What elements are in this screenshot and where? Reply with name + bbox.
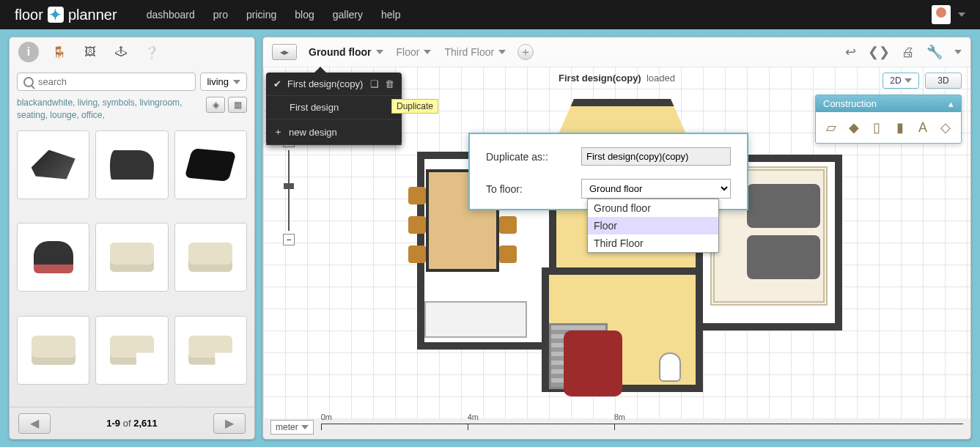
- furniture-item[interactable]: [95, 223, 168, 292]
- page-next-button[interactable]: ▶: [213, 413, 246, 434]
- nav-pricing[interactable]: pricing: [246, 9, 276, 21]
- category-dropdown[interactable]: living: [200, 73, 247, 91]
- nav-help[interactable]: help: [381, 9, 400, 21]
- duplicate-dialog: Duplicate as:: To floor: Ground floor Gr…: [468, 133, 748, 210]
- top-navbar: floor ✦ planner dashboard pro pricing bl…: [0, 0, 980, 29]
- view-mode-toggle: 2D 3D: [883, 73, 962, 89]
- unit-dropdown[interactable]: meter: [270, 420, 314, 435]
- canvas-panel: ◂▸ Ground floor Floor Third Floor ＋ ↩ ❮❯…: [262, 37, 971, 440]
- page-prev-button[interactable]: ◀: [18, 413, 51, 434]
- help-icon[interactable]: ❔: [141, 42, 162, 62]
- furniture-item[interactable]: [174, 316, 247, 385]
- design-item-active[interactable]: ✔ First design(copy) ❏ 🗑: [266, 73, 402, 96]
- nav-pro[interactable]: pro: [213, 9, 228, 21]
- plan-name-text: First design(copy): [559, 73, 641, 84]
- side-toolbar: i 🪑 🖼 🕹 ❔: [10, 37, 254, 67]
- tag-list[interactable]: blackandwhite, living, symbols, livingro…: [17, 97, 206, 122]
- user-menu-caret-icon[interactable]: [958, 12, 965, 17]
- chevron-down-icon: [301, 425, 309, 429]
- zoom-track[interactable]: [288, 150, 290, 231]
- topnav-menu: dashboard pro pricing blog gallery help: [147, 9, 401, 21]
- duplicate-floor-label: To floor:: [486, 183, 567, 195]
- design-item[interactable]: First design: [266, 96, 402, 119]
- floor-tab-third[interactable]: Third Floor: [443, 43, 507, 61]
- share-icon[interactable]: ❮❯: [868, 44, 890, 60]
- info-icon[interactable]: i: [18, 42, 39, 62]
- furniture-item[interactable]: [174, 130, 247, 199]
- design-item-label: First design: [290, 102, 339, 113]
- page-total: 2,611: [133, 418, 158, 429]
- floor-tab-label: Third Floor: [444, 46, 494, 58]
- history-nav-button[interactable]: ◂▸: [272, 44, 297, 60]
- chevron-down-icon: [905, 78, 912, 83]
- dimension-tool-icon[interactable]: ◇: [938, 118, 954, 137]
- new-design-label: new design: [289, 127, 337, 138]
- floor-tab-label: Ground floor: [309, 46, 372, 58]
- furniture-item[interactable]: [17, 130, 89, 199]
- duplicate-tooltip: Duplicate: [391, 99, 438, 114]
- duplicate-name-label: Duplicate as::: [486, 151, 567, 163]
- search-input[interactable]: [38, 76, 189, 87]
- chevron-down-icon: [424, 50, 431, 54]
- view-3d-icon[interactable]: ◈: [206, 97, 225, 113]
- chevron-down-icon: [498, 50, 506, 54]
- ruler-tick-label: 0m: [321, 413, 332, 421]
- view-top-icon[interactable]: ▦: [228, 97, 247, 113]
- floor-option[interactable]: Third Floor: [588, 234, 718, 252]
- joystick-icon[interactable]: 🕹: [111, 42, 131, 62]
- floor-option[interactable]: Ground floor: [588, 199, 718, 217]
- category-label: living: [207, 76, 229, 87]
- zoom-out-button[interactable]: −: [283, 234, 295, 245]
- text-tool-icon[interactable]: A: [915, 118, 930, 137]
- ruler: 0m 4m 8m: [321, 424, 963, 431]
- collapse-icon: ▴: [948, 98, 954, 109]
- nav-dashboard[interactable]: dashboard: [147, 9, 195, 21]
- zoom-control: + −: [282, 136, 295, 245]
- settings-wrench-icon[interactable]: 🔧: [926, 44, 943, 60]
- brand-text-2: planner: [68, 7, 117, 23]
- duplicate-icon[interactable]: ❏: [370, 78, 379, 89]
- surface-tool-icon[interactable]: ◆: [846, 118, 861, 137]
- chevron-down-icon: [233, 80, 240, 84]
- unit-label: meter: [276, 422, 298, 432]
- design-item-label: First design(copy): [287, 78, 363, 89]
- duplicate-floor-select[interactable]: Ground floor: [581, 179, 731, 199]
- search-box[interactable]: [17, 73, 196, 91]
- furniture-item[interactable]: [17, 223, 89, 292]
- duplicate-name-input[interactable]: [581, 147, 731, 166]
- furniture-item[interactable]: [17, 316, 89, 385]
- delete-icon[interactable]: 🗑: [385, 78, 394, 89]
- ruler-tick-label: 4m: [468, 413, 479, 421]
- add-floor-button[interactable]: ＋: [517, 44, 534, 60]
- door-tool-icon[interactable]: ▯: [869, 118, 885, 137]
- photo-icon[interactable]: 🖼: [80, 42, 100, 62]
- furniture-icon[interactable]: 🪑: [49, 42, 70, 62]
- print-icon[interactable]: 🖨: [902, 45, 915, 60]
- view-3d-button[interactable]: 3D: [925, 73, 962, 89]
- chevron-down-icon[interactable]: [954, 50, 962, 54]
- furniture-grid: [10, 126, 254, 407]
- undo-icon[interactable]: ↩: [845, 44, 856, 60]
- furniture-item[interactable]: [174, 223, 247, 292]
- window-tool-icon[interactable]: ▮: [892, 118, 907, 137]
- construction-header[interactable]: Construction ▴: [816, 95, 961, 112]
- furniture-item[interactable]: [95, 316, 168, 385]
- floor-tab-ground[interactable]: Ground floor: [307, 43, 385, 61]
- brand-text-1: floor: [15, 7, 43, 23]
- design-dropdown: ✔ First design(copy) ❏ 🗑 First design ＋ …: [266, 73, 402, 145]
- new-design-item[interactable]: ＋ new design: [266, 119, 402, 145]
- zoom-handle[interactable]: [284, 183, 294, 189]
- check-icon: ✔: [273, 78, 281, 89]
- user-avatar[interactable]: [932, 5, 951, 24]
- ruler-tick-label: 8m: [614, 413, 625, 421]
- floor-tab-label: Floor: [397, 46, 420, 58]
- wall-tool-icon[interactable]: ▱: [823, 118, 839, 137]
- nav-gallery[interactable]: gallery: [333, 9, 363, 21]
- floor-tab-floor[interactable]: Floor: [395, 43, 433, 61]
- furniture-item[interactable]: [95, 130, 168, 199]
- view-2d-button[interactable]: 2D: [883, 73, 919, 89]
- nav-blog[interactable]: blog: [295, 9, 314, 21]
- brand-logo[interactable]: floor ✦ planner: [15, 7, 117, 23]
- floor-option-highlighted[interactable]: Floor: [588, 217, 718, 234]
- page-range: 1-9: [106, 418, 120, 429]
